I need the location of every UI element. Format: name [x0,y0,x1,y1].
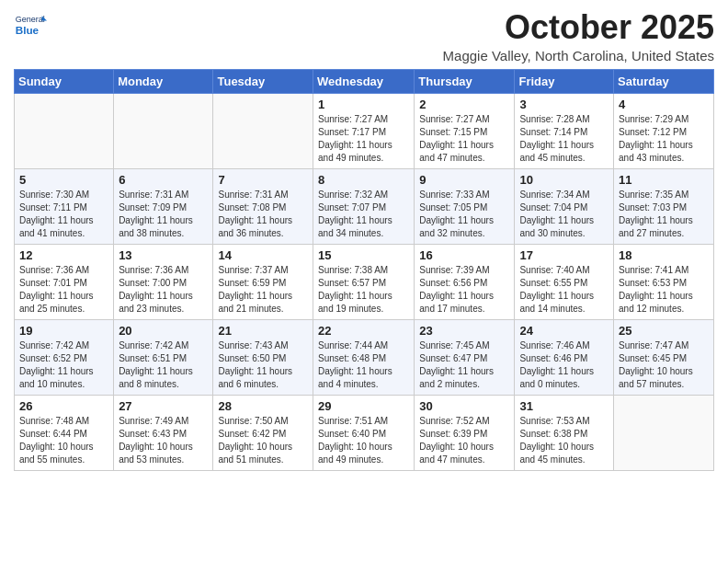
header-friday: Friday [515,69,614,93]
day-number: 6 [119,173,208,187]
day-info: Sunrise: 7:35 AM Sunset: 7:03 PM Dayligh… [619,189,709,240]
day-info: Sunrise: 7:40 AM Sunset: 6:55 PM Dayligh… [519,264,609,316]
title-location: Maggie Valley, North Carolina, United St… [443,48,714,63]
calendar-cell-w2-d6: 18Sunrise: 7:41 AM Sunset: 6:53 PM Dayli… [614,244,714,319]
day-number: 2 [419,98,509,111]
day-info: Sunrise: 7:50 AM Sunset: 6:42 PM Dayligh… [218,415,308,466]
week-row-1: 5Sunrise: 7:30 AM Sunset: 7:11 PM Daylig… [15,168,714,244]
calendar-cell-w0-d3: 1Sunrise: 7:27 AM Sunset: 7:17 PM Daylig… [313,93,415,168]
day-number: 9 [419,173,509,187]
day-info: Sunrise: 7:27 AM Sunset: 7:17 PM Dayligh… [318,113,409,165]
calendar-cell-w4-d1: 27Sunrise: 7:49 AM Sunset: 6:43 PM Dayli… [114,395,213,470]
day-info: Sunrise: 7:29 AM Sunset: 7:12 PM Dayligh… [619,113,709,165]
header-thursday: Thursday [415,69,515,93]
calendar-cell-w1-d0: 5Sunrise: 7:30 AM Sunset: 7:11 PM Daylig… [15,168,114,244]
day-number: 27 [119,399,208,413]
header: General Blue October 2025 Maggie Valley,… [14,9,714,63]
calendar-cell-w4-d2: 28Sunrise: 7:50 AM Sunset: 6:42 PM Dayli… [213,395,313,470]
day-info: Sunrise: 7:36 AM Sunset: 7:00 PM Dayligh… [119,264,208,316]
day-number: 12 [19,248,108,262]
calendar: Sunday Monday Tuesday Wednesday Thursday… [14,69,714,471]
day-number: 21 [218,324,308,338]
day-info: Sunrise: 7:37 AM Sunset: 6:59 PM Dayligh… [218,264,308,316]
week-row-4: 26Sunrise: 7:48 AM Sunset: 6:44 PM Dayli… [15,395,714,470]
calendar-cell-w3-d5: 24Sunrise: 7:46 AM Sunset: 6:46 PM Dayli… [515,319,614,395]
calendar-cell-w3-d4: 23Sunrise: 7:45 AM Sunset: 6:47 PM Dayli… [415,319,515,395]
calendar-cell-w3-d1: 20Sunrise: 7:42 AM Sunset: 6:51 PM Dayli… [114,319,213,395]
header-tuesday: Tuesday [213,69,313,93]
day-number: 7 [218,173,308,187]
calendar-cell-w2-d2: 14Sunrise: 7:37 AM Sunset: 6:59 PM Dayli… [213,244,313,319]
day-number: 31 [519,399,609,413]
week-row-2: 12Sunrise: 7:36 AM Sunset: 7:01 PM Dayli… [15,244,714,319]
day-number: 17 [519,248,609,262]
day-info: Sunrise: 7:33 AM Sunset: 7:05 PM Dayligh… [419,189,509,240]
day-info: Sunrise: 7:39 AM Sunset: 6:56 PM Dayligh… [419,264,509,316]
day-info: Sunrise: 7:45 AM Sunset: 6:47 PM Dayligh… [419,339,509,391]
svg-text:Blue: Blue [16,24,40,36]
calendar-cell-w3-d6: 25Sunrise: 7:47 AM Sunset: 6:45 PM Dayli… [614,319,714,395]
day-number: 15 [318,248,409,262]
calendar-cell-w3-d3: 22Sunrise: 7:44 AM Sunset: 6:48 PM Dayli… [313,319,415,395]
day-info: Sunrise: 7:42 AM Sunset: 6:52 PM Dayligh… [19,339,108,391]
calendar-cell-w0-d6: 4Sunrise: 7:29 AM Sunset: 7:12 PM Daylig… [614,93,714,168]
day-number: 24 [519,324,609,338]
calendar-cell-w3-d0: 19Sunrise: 7:42 AM Sunset: 6:52 PM Dayli… [15,319,114,395]
day-number: 8 [318,173,409,187]
svg-text:General: General [16,15,45,24]
calendar-cell-w2-d3: 15Sunrise: 7:38 AM Sunset: 6:57 PM Dayli… [313,244,415,319]
calendar-cell-w4-d4: 30Sunrise: 7:52 AM Sunset: 6:39 PM Dayli… [415,395,515,470]
header-saturday: Saturday [614,69,714,93]
calendar-cell-w4-d5: 31Sunrise: 7:53 AM Sunset: 6:38 PM Dayli… [515,395,614,470]
day-info: Sunrise: 7:28 AM Sunset: 7:14 PM Dayligh… [519,113,609,165]
header-sunday: Sunday [15,69,114,93]
day-number: 3 [519,98,609,111]
calendar-cell-w2-d4: 16Sunrise: 7:39 AM Sunset: 6:56 PM Dayli… [415,244,515,319]
page: General Blue October 2025 Maggie Valley,… [0,0,728,485]
day-number: 30 [419,399,509,413]
day-info: Sunrise: 7:44 AM Sunset: 6:48 PM Dayligh… [318,339,409,391]
day-info: Sunrise: 7:30 AM Sunset: 7:11 PM Dayligh… [19,189,108,240]
header-wednesday: Wednesday [313,69,415,93]
week-row-0: 1Sunrise: 7:27 AM Sunset: 7:17 PM Daylig… [15,93,714,168]
day-info: Sunrise: 7:27 AM Sunset: 7:15 PM Dayligh… [419,113,509,165]
day-number: 18 [619,248,709,262]
day-number: 1 [318,98,409,111]
calendar-cell-w2-d5: 17Sunrise: 7:40 AM Sunset: 6:55 PM Dayli… [515,244,614,319]
day-info: Sunrise: 7:38 AM Sunset: 6:57 PM Dayligh… [318,264,409,316]
weekday-header-row: Sunday Monday Tuesday Wednesday Thursday… [15,69,714,93]
day-info: Sunrise: 7:48 AM Sunset: 6:44 PM Dayligh… [19,415,108,466]
day-info: Sunrise: 7:42 AM Sunset: 6:51 PM Dayligh… [119,339,208,391]
day-number: 25 [619,324,709,338]
calendar-cell-w1-d6: 11Sunrise: 7:35 AM Sunset: 7:03 PM Dayli… [614,168,714,244]
day-info: Sunrise: 7:47 AM Sunset: 6:45 PM Dayligh… [619,339,709,391]
calendar-cell-w3-d2: 21Sunrise: 7:43 AM Sunset: 6:50 PM Dayli… [213,319,313,395]
title-month: October 2025 [443,9,714,46]
calendar-cell-w1-d2: 7Sunrise: 7:31 AM Sunset: 7:08 PM Daylig… [213,168,313,244]
day-number: 19 [19,324,108,338]
day-number: 16 [419,248,509,262]
day-info: Sunrise: 7:49 AM Sunset: 6:43 PM Dayligh… [119,415,208,466]
day-number: 14 [218,248,308,262]
day-number: 4 [619,98,709,111]
day-number: 10 [519,173,609,187]
day-info: Sunrise: 7:32 AM Sunset: 7:07 PM Dayligh… [318,189,409,240]
day-info: Sunrise: 7:52 AM Sunset: 6:39 PM Dayligh… [419,415,509,466]
calendar-cell-w4-d6 [614,395,714,470]
day-info: Sunrise: 7:46 AM Sunset: 6:46 PM Dayligh… [519,339,609,391]
day-number: 22 [318,324,409,338]
day-number: 11 [619,173,709,187]
calendar-cell-w2-d0: 12Sunrise: 7:36 AM Sunset: 7:01 PM Dayli… [15,244,114,319]
day-info: Sunrise: 7:36 AM Sunset: 7:01 PM Dayligh… [19,264,108,316]
calendar-cell-w4-d3: 29Sunrise: 7:51 AM Sunset: 6:40 PM Dayli… [313,395,415,470]
day-number: 29 [318,399,409,413]
calendar-cell-w2-d1: 13Sunrise: 7:36 AM Sunset: 7:00 PM Dayli… [114,244,213,319]
day-info: Sunrise: 7:31 AM Sunset: 7:08 PM Dayligh… [218,189,308,240]
calendar-cell-w4-d0: 26Sunrise: 7:48 AM Sunset: 6:44 PM Dayli… [15,395,114,470]
header-monday: Monday [114,69,213,93]
day-info: Sunrise: 7:31 AM Sunset: 7:09 PM Dayligh… [119,189,208,240]
calendar-cell-w0-d2 [213,93,313,168]
logo: General Blue [14,9,51,42]
day-number: 5 [19,173,108,187]
week-row-3: 19Sunrise: 7:42 AM Sunset: 6:52 PM Dayli… [15,319,714,395]
